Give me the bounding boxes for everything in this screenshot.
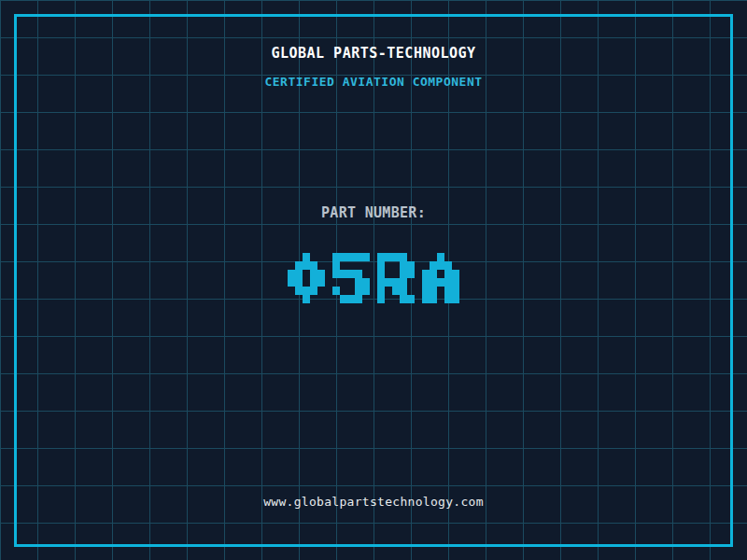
website-url: www.globalpartstechnology.com — [0, 495, 747, 509]
pixel-glyph-5 — [332, 253, 370, 303]
part-number-label: PART NUMBER: — [0, 204, 747, 221]
certification-subtitle: CERTIFIED AVIATION COMPONENT — [0, 75, 747, 89]
pixel-glyph-0 — [288, 253, 325, 303]
pixel-glyph-R — [377, 253, 415, 303]
company-title: GLOBAL PARTS-TECHNOLOGY — [0, 45, 747, 62]
part-number-value — [0, 253, 747, 303]
pixel-glyph-A — [422, 253, 459, 303]
